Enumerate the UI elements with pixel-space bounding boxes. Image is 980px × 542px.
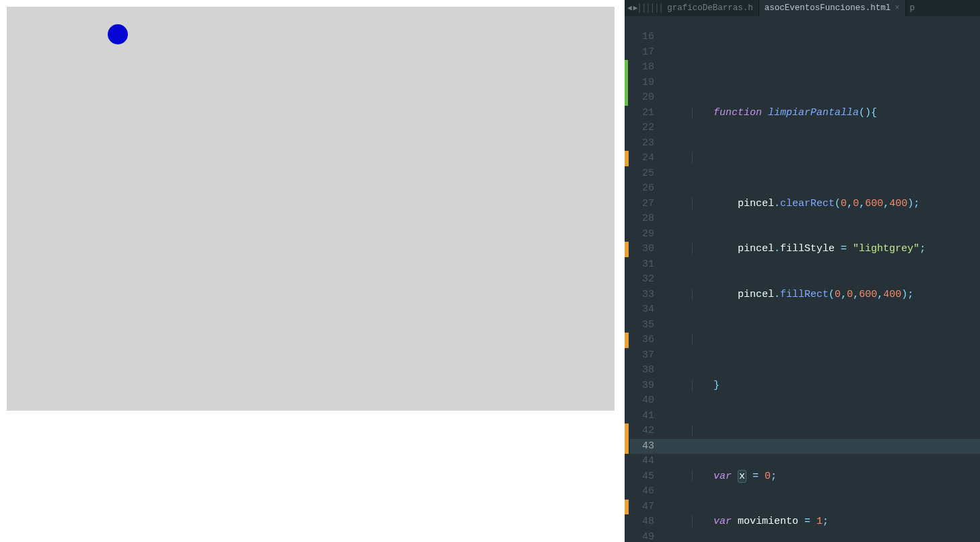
line-number: 37 xyxy=(630,348,654,364)
line-number: 18 xyxy=(630,60,654,75)
line-number: 44 xyxy=(630,454,654,469)
line-gutter: 1617181920212223242526272829303132333435… xyxy=(630,16,661,542)
line-number: 43 xyxy=(630,439,661,454)
line-number: 45 xyxy=(630,469,654,485)
line-number: 48 xyxy=(630,514,654,530)
line-number: 38 xyxy=(630,363,654,378)
current-line-highlight xyxy=(661,439,980,454)
code-lines[interactable]: │ function limpiarPantalla(){ │ │ pincel… xyxy=(661,16,980,542)
line-number: 39 xyxy=(630,378,654,394)
line-number: 16 xyxy=(630,30,654,45)
tab-grafico[interactable]: graficoDeBarras.h xyxy=(662,0,759,16)
canvas-preview xyxy=(7,7,615,411)
line-number: 36 xyxy=(630,333,654,348)
line-number: 25 xyxy=(630,166,654,182)
tab-label: graficoDeBarras.h xyxy=(667,1,753,16)
line-number: 47 xyxy=(630,500,654,515)
animated-ball xyxy=(108,24,128,44)
code-body: 1617181920212223242526272829303132333435… xyxy=(625,16,980,542)
line-number: 17 xyxy=(630,45,654,61)
line-number: 41 xyxy=(630,409,654,424)
line-number: 29 xyxy=(630,227,654,242)
line-number: 33 xyxy=(630,287,654,303)
tab-asoc-eventos[interactable]: asocEventosFunciones.html × xyxy=(759,0,906,16)
line-number: 26 xyxy=(630,181,654,197)
tab-label: asocEventosFunciones.html xyxy=(765,1,891,16)
editor-tabbar: ◀ ▶ |||||| graficoDeBarras.h asocEventos… xyxy=(625,0,980,16)
close-icon[interactable]: × xyxy=(895,1,899,16)
tab-drag-handle-icon[interactable]: |||||| xyxy=(640,0,659,16)
tab-overflow-label: p xyxy=(910,1,915,16)
line-number: 19 xyxy=(630,75,654,91)
line-number: 40 xyxy=(630,393,654,409)
line-number: 23 xyxy=(630,136,654,151)
line-number: 27 xyxy=(630,197,654,212)
line-number: 31 xyxy=(630,257,654,273)
line-number: 30 xyxy=(630,242,654,257)
change-markers xyxy=(625,16,630,542)
tab-nav-prev-icon[interactable]: ◀ xyxy=(627,1,632,16)
line-number: 22 xyxy=(630,121,654,136)
tab-list: graficoDeBarras.h asocEventosFunciones.h… xyxy=(662,0,905,16)
line-number: 46 xyxy=(630,484,654,500)
line-number: 28 xyxy=(630,211,654,227)
tab-overflow[interactable]: p xyxy=(906,1,919,16)
line-number: 32 xyxy=(630,272,654,287)
line-number: 34 xyxy=(630,302,654,318)
line-number: 21 xyxy=(630,106,654,121)
line-number: 49 xyxy=(630,530,654,543)
line-number: 42 xyxy=(630,424,654,439)
line-number: 35 xyxy=(630,318,654,333)
code-editor: ◀ ▶ |||||| graficoDeBarras.h asocEventos… xyxy=(625,0,980,542)
line-number: 24 xyxy=(630,151,654,166)
line-number: 20 xyxy=(630,90,654,106)
